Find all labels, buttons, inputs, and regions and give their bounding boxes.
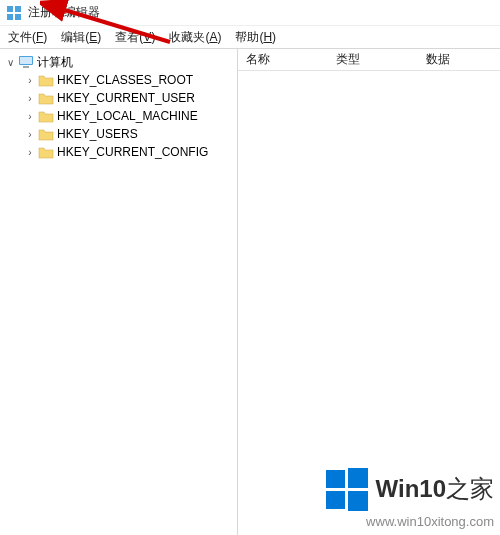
regedit-icon [6,5,22,21]
svg-rect-0 [7,6,13,12]
svg-rect-6 [23,66,29,68]
expand-icon[interactable]: › [24,111,36,122]
folder-icon [38,126,54,142]
tree-node-label: HKEY_CURRENT_CONFIG [57,145,208,159]
column-header-type[interactable]: 类型 [328,51,418,68]
expand-icon[interactable]: › [24,93,36,104]
menubar: 文件(F) 编辑(E) 查看(V) 收藏夹(A) 帮助(H) [0,26,500,48]
tree-node-label: HKEY_CURRENT_USER [57,91,195,105]
expand-icon[interactable]: › [24,75,36,86]
expand-icon[interactable]: › [24,129,36,140]
menu-file[interactable]: 文件(F) [8,29,47,46]
menu-favorites[interactable]: 收藏夹(A) [169,29,221,46]
svg-rect-5 [20,57,32,64]
folder-icon [38,72,54,88]
folder-icon [38,144,54,160]
computer-icon [18,54,34,70]
menu-help[interactable]: 帮助(H) [235,29,276,46]
tree-children: › HKEY_CLASSES_ROOT › HKEY_CURRENT_USER [0,71,237,161]
tree-root-computer[interactable]: ∨ 计算机 [0,53,237,71]
collapse-icon[interactable]: ∨ [4,57,16,68]
tree-node-hklm[interactable]: › HKEY_LOCAL_MACHINE [20,107,237,125]
folder-icon [38,108,54,124]
folder-icon [38,90,54,106]
svg-rect-2 [7,14,13,20]
tree-node-hkcc[interactable]: › HKEY_CURRENT_CONFIG [20,143,237,161]
tree-node-hku[interactable]: › HKEY_USERS [20,125,237,143]
window-titlebar: 注册表编辑器 [0,0,500,26]
column-header-name[interactable]: 名称 [238,51,328,68]
window-title: 注册表编辑器 [28,4,100,21]
svg-rect-1 [15,6,21,12]
list-header: 名称 类型 数据 [238,49,500,71]
tree-pane[interactable]: ∨ 计算机 › [0,49,238,535]
expand-icon[interactable]: › [24,147,36,158]
column-header-data[interactable]: 数据 [418,51,500,68]
svg-rect-3 [15,14,21,20]
tree-node-label: HKEY_LOCAL_MACHINE [57,109,198,123]
list-pane[interactable]: 名称 类型 数据 [238,49,500,535]
tree-node-label: HKEY_CLASSES_ROOT [57,73,193,87]
tree-node-hkcr[interactable]: › HKEY_CLASSES_ROOT [20,71,237,89]
menu-edit[interactable]: 编辑(E) [61,29,101,46]
content-split: ∨ 计算机 › [0,48,500,535]
tree-node-label: HKEY_USERS [57,127,138,141]
tree-node-hkcu[interactable]: › HKEY_CURRENT_USER [20,89,237,107]
list-body[interactable] [238,71,500,535]
menu-view[interactable]: 查看(V) [115,29,155,46]
tree-root-label: 计算机 [37,54,73,71]
